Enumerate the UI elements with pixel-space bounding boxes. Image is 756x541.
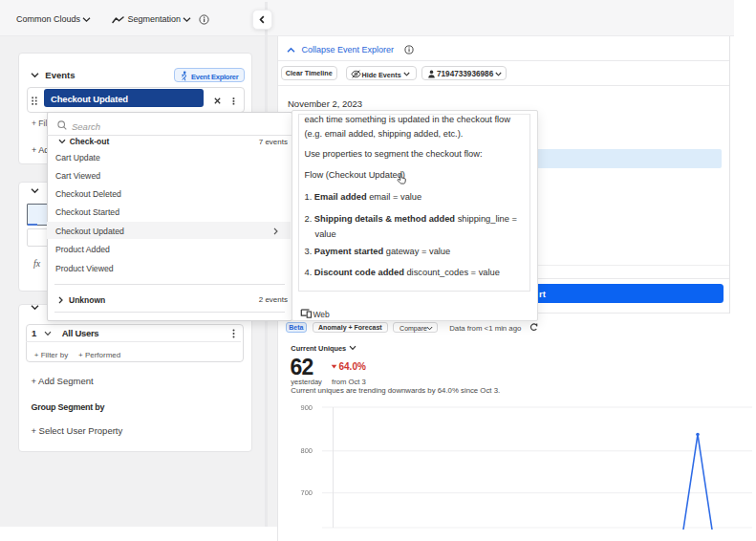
svg-text:800: 800 [300,446,313,455]
svg-text:900: 900 [300,403,313,412]
svg-text:700: 700 [300,488,313,497]
